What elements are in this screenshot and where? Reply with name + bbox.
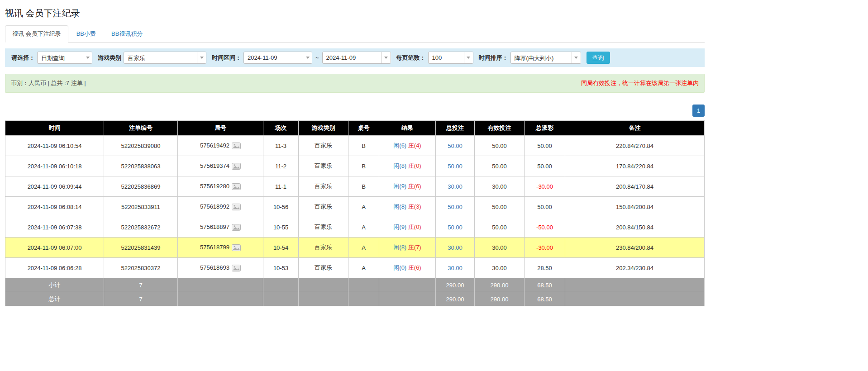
result-cell: 闲(0) 庄(6) xyxy=(379,258,436,278)
game-result-icon[interactable] xyxy=(232,143,241,149)
tab-bar: 视讯 会员下注纪录 BB小费 BB视讯积分 xyxy=(5,25,705,43)
sort-order-select[interactable]: 降幂(由大到小) xyxy=(510,52,581,64)
total-payout: 68.50 xyxy=(525,292,565,306)
bet-id-cell: 522025830372 xyxy=(104,258,178,278)
total-empty-cell xyxy=(263,292,299,306)
game-result-icon[interactable] xyxy=(232,204,241,210)
table-no-cell: B xyxy=(348,136,379,156)
total-bet-link[interactable]: 50.00 xyxy=(448,143,463,149)
result-banker: 庄(7) xyxy=(408,244,421,251)
total-bet-link[interactable]: 30.00 xyxy=(448,183,463,190)
chevron-down-icon[interactable] xyxy=(303,52,312,63)
round-id-cell: 575618799 xyxy=(178,238,263,258)
total-count: 7 xyxy=(104,292,178,306)
bet-id-cell: 522025839080 xyxy=(104,136,178,156)
total-bet-link[interactable]: 50.00 xyxy=(448,204,463,210)
result-cell: 闲(8) 庄(0) xyxy=(379,156,436,176)
round-id-cell: 575618897 xyxy=(178,217,263,238)
result-banker: 庄(3) xyxy=(408,203,421,210)
tab-bb-tips[interactable]: BB小费 xyxy=(69,25,103,43)
header-game-type: 游戏类别 xyxy=(299,121,348,136)
game-type-select[interactable]: 百家乐 xyxy=(124,52,206,64)
note-cell: 230.84/200.84 xyxy=(565,238,705,258)
tab-bb-video-points[interactable]: BB视讯积分 xyxy=(104,25,150,43)
chevron-down-icon[interactable] xyxy=(464,52,473,63)
subtotal-empty-cell xyxy=(178,278,263,292)
total-bet-link[interactable]: 30.00 xyxy=(448,244,463,251)
note-cell: 150.84/200.84 xyxy=(565,197,705,217)
total-bet-cell: 30.00 xyxy=(436,238,475,258)
bet-id-cell: 522025832672 xyxy=(104,217,178,238)
valid-bet-cell: 50.00 xyxy=(475,136,525,156)
subtotal-empty-cell xyxy=(299,278,348,292)
total-row: 总计 7 290.00 290.00 68.50 xyxy=(5,292,705,306)
round-id: 575618897 xyxy=(200,224,229,230)
bet-time-cell: 2024-11-09 06:07:38 xyxy=(5,217,104,238)
subtotal-row: 小计 7 290.00 290.00 68.50 xyxy=(5,278,705,292)
round-id: 575618693 xyxy=(200,264,229,271)
chevron-down-icon[interactable] xyxy=(572,52,581,63)
note-cell: 200.84/150.84 xyxy=(565,217,705,238)
total-bet-link[interactable]: 50.00 xyxy=(448,224,463,231)
table-no-cell: A xyxy=(348,197,379,217)
game-result-icon[interactable] xyxy=(232,265,241,271)
search-button[interactable]: 查询 xyxy=(587,52,610,64)
total-empty-cell xyxy=(379,292,436,306)
round-id-cell: 575618693 xyxy=(178,258,263,278)
page-size-value: 100 xyxy=(429,52,464,63)
total-empty-cell xyxy=(348,292,379,306)
payout-value: 50.00 xyxy=(537,204,552,210)
result-player: 闲(6) xyxy=(393,142,406,149)
subtotal-count: 7 xyxy=(104,278,178,292)
header-payout: 总派彩 xyxy=(525,121,565,136)
game-result-icon[interactable] xyxy=(232,244,241,251)
table-no-cell: A xyxy=(348,238,379,258)
subtotal-label: 小计 xyxy=(5,278,104,292)
page-size-select[interactable]: 100 xyxy=(428,52,473,64)
total-bet-cell: 30.00 xyxy=(436,176,475,197)
result-banker: 庄(0) xyxy=(408,162,421,169)
date-to-input[interactable]: 2024-11-09 xyxy=(322,52,391,64)
header-round-id: 局号 xyxy=(178,121,263,136)
round-id: 575619492 xyxy=(200,142,229,149)
result-banker: 庄(6) xyxy=(408,183,421,190)
result-cell: 闲(8) 庄(7) xyxy=(379,238,436,258)
game-result-icon[interactable] xyxy=(232,163,241,170)
game-type-cell: 百家乐 xyxy=(299,176,348,197)
table-row: 2024-11-09 06:09:44522025836869575619280… xyxy=(5,176,705,197)
table-no-cell: A xyxy=(348,258,379,278)
date-range-tilde: ~ xyxy=(315,54,319,61)
total-bet-link[interactable]: 50.00 xyxy=(448,163,463,170)
result-cell: 闲(9) 庄(0) xyxy=(379,217,436,238)
page-button-1[interactable]: 1 xyxy=(692,105,705,117)
note-cell: 202.34/230.84 xyxy=(565,258,705,278)
payout-value: 50.00 xyxy=(537,143,552,149)
table-row: 2024-11-09 06:10:18522025838063575619374… xyxy=(5,156,705,176)
game-result-icon[interactable] xyxy=(232,224,241,231)
session-cell: 11-1 xyxy=(263,176,299,197)
valid-bet-cell: 30.00 xyxy=(475,176,525,197)
query-type-select[interactable]: 日期查询 xyxy=(37,52,92,64)
result-player: 闲(9) xyxy=(393,224,406,230)
pagination: 1 xyxy=(5,105,705,117)
tab-betting-records[interactable]: 视讯 会员下注纪录 xyxy=(5,25,68,43)
total-bet-cell: 50.00 xyxy=(436,197,475,217)
date-from-input[interactable]: 2024-11-09 xyxy=(243,52,312,64)
total-bet-cell: 30.00 xyxy=(436,258,475,278)
session-cell: 11-3 xyxy=(263,136,299,156)
table-row: 2024-11-09 06:06:28522025830372575618693… xyxy=(5,258,705,278)
table-row: 2024-11-09 06:08:14522025833911575618992… xyxy=(5,197,705,217)
chevron-down-icon[interactable] xyxy=(382,52,391,63)
total-bet-link[interactable]: 30.00 xyxy=(448,265,463,271)
table-no-cell: A xyxy=(348,217,379,238)
bet-id-cell: 522025838063 xyxy=(104,156,178,176)
total-total-bet: 290.00 xyxy=(436,292,475,306)
subtotal-empty-cell xyxy=(379,278,436,292)
round-id: 575619280 xyxy=(200,183,229,190)
subtotal-empty-cell xyxy=(263,278,299,292)
game-type-cell: 百家乐 xyxy=(299,136,348,156)
bet-id-cell: 522025836869 xyxy=(104,176,178,197)
game-result-icon[interactable] xyxy=(232,183,241,190)
chevron-down-icon[interactable] xyxy=(197,52,206,63)
chevron-down-icon[interactable] xyxy=(83,52,92,63)
